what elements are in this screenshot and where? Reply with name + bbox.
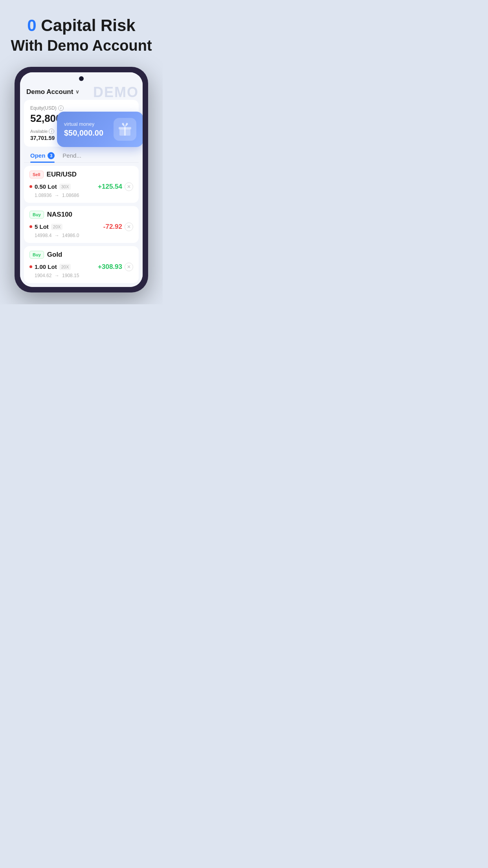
arrow-icon: → [55, 273, 59, 278]
virtual-card-text: virtual money $50,000.00 [64, 121, 103, 138]
tabs-row: Open 3 Pend... [24, 150, 139, 163]
virtual-money-card: virtual money $50,000.00 [57, 112, 143, 147]
equity-card: Equity(USD) i 52,800.21 +360.55 Availabl… [24, 100, 139, 147]
account-selector[interactable]: Demo Account ∨ [26, 88, 79, 96]
phone-screen: Demo Account ∨ DEMO Equity(USD) i 52,800… [20, 72, 143, 287]
app-content: Demo Account ∨ DEMO Equity(USD) i 52,800… [20, 85, 143, 287]
hero-title-main: Capital Risk [41, 16, 135, 35]
gift-icon [114, 118, 136, 141]
arrow-icon: → [55, 233, 59, 238]
trade-detail-gold: 1.00 Lot 20X +308.93 ✕ [29, 263, 133, 271]
available-info-icon[interactable]: i [49, 129, 54, 134]
trade-card-eurusd: Sell EUR/USD 0.50 Lot 30X +125.54 ✕ 1.0 [24, 166, 139, 203]
tab-open[interactable]: Open 3 [30, 152, 55, 162]
trade-leverage-eurusd: 30X [59, 184, 71, 190]
open-tab-badge: 3 [48, 152, 55, 159]
close-trade-eurusd[interactable]: ✕ [125, 182, 133, 191]
tab-pending[interactable]: Pend... [62, 152, 81, 162]
close-trade-gold[interactable]: ✕ [125, 263, 133, 271]
trade-header-nas100: Buy NAS100 [29, 211, 133, 219]
camera-bar [20, 72, 143, 85]
trade-detail-eurusd: 0.50 Lot 30X +125.54 ✕ [29, 182, 133, 191]
virtual-money-amount: $50,000.00 [64, 129, 103, 138]
trade-dot-gold [29, 265, 32, 268]
trade-dot-eurusd [29, 185, 32, 188]
trade-type-buy-gold: Buy [29, 251, 44, 259]
trade-lot-nas100: 5 Lot [35, 223, 49, 230]
camera-dot [79, 76, 84, 81]
phone-frame: Demo Account ∨ DEMO Equity(USD) i 52,800… [15, 67, 148, 292]
trade-symbol-eurusd: EUR/USD [47, 171, 77, 178]
trade-pnl-nas100: -72.92 [103, 223, 122, 231]
trade-leverage-gold: 20X [59, 264, 71, 270]
trade-pnl-eurusd: +125.54 [98, 183, 122, 191]
virtual-money-label: virtual money [64, 121, 103, 127]
trade-prices-nas100: 14998.4 → 14986.0 [29, 233, 133, 238]
trade-lot-eurusd: 0.50 Lot [35, 183, 57, 190]
account-name: Demo Account [26, 88, 73, 96]
trade-dot-nas100 [29, 225, 32, 228]
hero-subtitle: With Demo Account [11, 37, 152, 55]
trade-detail-left-nas100: 5 Lot 20X [29, 223, 62, 230]
trade-pnl-gold: +308.93 [98, 263, 122, 271]
app-header: Demo Account ∨ DEMO [20, 85, 143, 100]
equity-info-icon[interactable]: i [58, 105, 64, 111]
svg-rect-2 [124, 127, 126, 136]
available-item: Available i 37,701.59 [30, 129, 55, 141]
trade-card-gold: Buy Gold 1.00 Lot 20X +308.93 ✕ 1904.62 [24, 246, 139, 283]
demo-watermark: DEMO [93, 84, 139, 101]
trade-header-eurusd: Sell EUR/USD [29, 171, 133, 178]
close-trade-nas100[interactable]: ✕ [125, 223, 133, 231]
chevron-down-icon: ∨ [75, 89, 79, 95]
trade-type-buy-nas: Buy [29, 211, 44, 219]
trade-prices-gold: 1904.62 → 1908.15 [29, 273, 133, 278]
trade-header-gold: Buy Gold [29, 251, 133, 259]
trade-leverage-nas100: 20X [51, 224, 63, 230]
trade-detail-left-gold: 1.00 Lot 20X [29, 263, 71, 270]
trade-symbol-gold: Gold [47, 251, 62, 259]
arrow-icon: → [55, 193, 59, 198]
available-value: 37,701.59 [30, 135, 55, 141]
hero-section: 0 Capital Risk With Demo Account [11, 16, 152, 55]
trade-type-sell: Sell [29, 171, 44, 178]
equity-label: Equity(USD) i [30, 105, 132, 111]
trade-symbol-nas100: NAS100 [47, 211, 72, 219]
trade-prices-eurusd: 1.08936 → 1.08686 [29, 193, 133, 198]
trade-lot-gold: 1.00 Lot [35, 263, 57, 270]
trade-detail-left-eurusd: 0.50 Lot 30X [29, 183, 71, 190]
trade-card-nas100: Buy NAS100 5 Lot 20X -72.92 ✕ 14998.4 [24, 206, 139, 243]
hero-zero: 0 [27, 16, 36, 35]
trade-detail-nas100: 5 Lot 20X -72.92 ✕ [29, 223, 133, 231]
